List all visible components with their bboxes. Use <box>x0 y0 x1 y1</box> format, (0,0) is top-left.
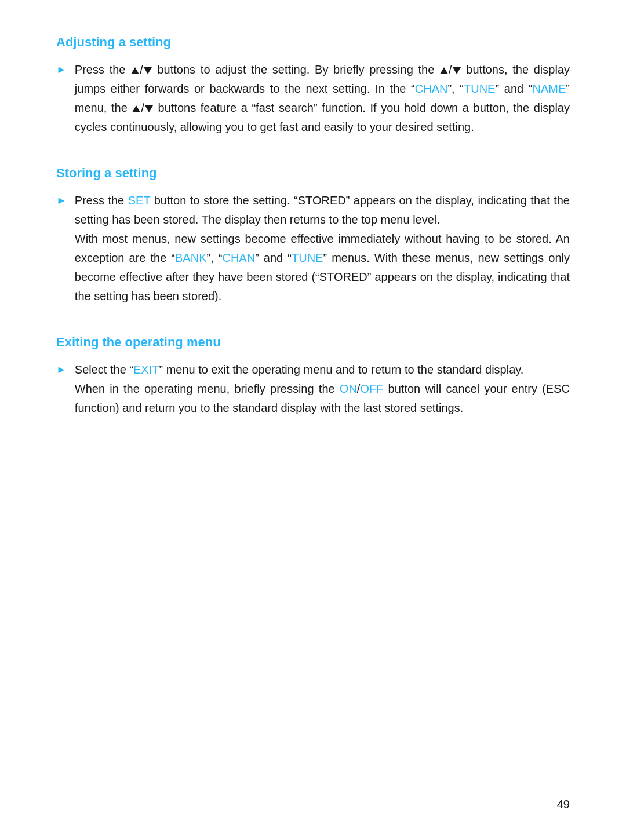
bullet-storing: ► Press the SET button to store the sett… <box>56 191 570 306</box>
bullet-arrow-icon: ► <box>56 62 67 78</box>
storing-continuation: With most menus, new settings become eff… <box>75 232 570 302</box>
section-storing: Storing a setting ► Press the SET button… <box>56 166 570 306</box>
bullet-storing-text: Press the SET button to store the settin… <box>75 191 570 306</box>
exiting-continuation: When in the operating menu, briefly pres… <box>75 382 570 414</box>
bullet-adjusting: ► Press the / buttons to adjust the sett… <box>56 60 570 137</box>
bullet-exiting-text: Select the “EXIT” menu to exit the opera… <box>75 360 570 418</box>
section-exiting: Exiting the operating menu ► Select the … <box>56 335 570 418</box>
bullet-arrow-icon-2: ► <box>56 193 67 209</box>
heading-storing: Storing a setting <box>56 166 570 181</box>
bullet-exiting: ► Select the “EXIT” menu to exit the ope… <box>56 360 570 418</box>
bullet-arrow-icon-3: ► <box>56 362 67 378</box>
heading-adjusting: Adjusting a setting <box>56 35 570 50</box>
heading-exiting: Exiting the operating menu <box>56 335 570 350</box>
page-container: Adjusting a setting ► Press the / button… <box>0 0 626 840</box>
page-number: 49 <box>557 798 570 811</box>
section-adjusting: Adjusting a setting ► Press the / button… <box>56 35 570 137</box>
bullet-adjusting-text: Press the / buttons to adjust the settin… <box>75 60 570 137</box>
